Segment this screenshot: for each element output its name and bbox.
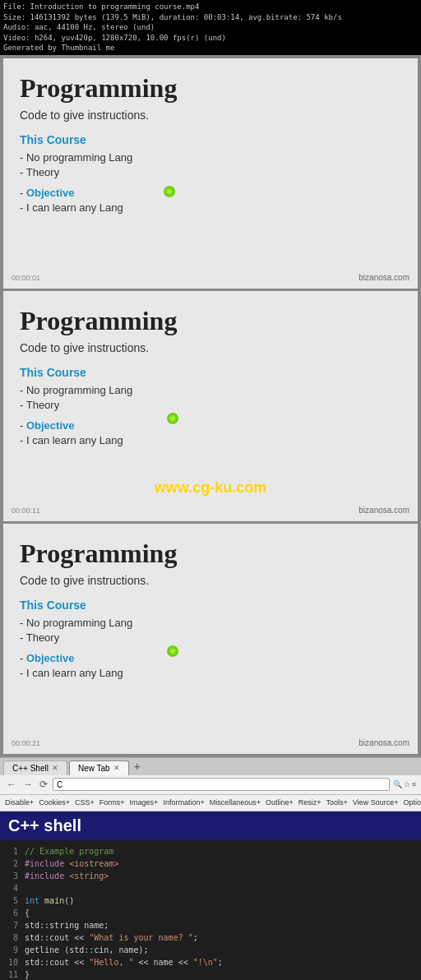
bookmark-forms[interactable]: Forms+ (99, 798, 125, 807)
code-line-7: 7 std::string name; (7, 919, 414, 931)
star-icon[interactable]: ☆ (404, 780, 410, 788)
slide-2-title: Programming (20, 306, 401, 336)
tab-new-tab[interactable]: New Tab ✕ (69, 760, 129, 775)
browser-tabs: C++ Shell ✕ New Tab ✕ + (0, 757, 421, 775)
slide-3-this-course: This Course (20, 599, 401, 612)
slide-1-this-course: This Course (20, 133, 401, 146)
bookmark-outline[interactable]: Outline+ (266, 798, 294, 807)
bookmark-images[interactable]: Images+ (130, 798, 159, 807)
slide-2-watermark: www.cg-ku.com (155, 479, 266, 497)
tab-new-tab-label: New Tab (78, 764, 110, 773)
slide-2-this-course: This Course (20, 366, 401, 379)
code-line-3: 3 #include <string> (7, 870, 414, 882)
slide-1-bullet2: - Theory (20, 166, 401, 178)
slide-1-timestamp: 00:00:01 (12, 274, 40, 282)
search-icon[interactable]: 🔍 (393, 780, 402, 788)
shell-header: C++ shell (0, 811, 421, 840)
slide-2: Programming Code to give instructions. T… (3, 291, 418, 521)
video-area: Programming Code to give instructions. T… (0, 55, 421, 757)
slide-1-title: Programming (20, 73, 401, 104)
slide-3-footer: bizanosa.com (359, 738, 409, 747)
bookmark-disable[interactable]: Disable+ (5, 798, 34, 807)
browser-icons: 🔍 ☆ ≡ (393, 780, 416, 788)
code-line-2: 2 #include <iostream> (7, 858, 414, 870)
new-tab-button[interactable]: + (131, 760, 144, 773)
slide-1-subtitle: Code to give instructions. (20, 109, 401, 122)
file-info-line5: Generated by Thumbnail me (3, 43, 418, 53)
code-line-9: 9 getline (std::cin, name); (7, 944, 414, 956)
slide-1-objective-prefix: - (20, 187, 26, 199)
file-info-line2: Size: 146131392 bytes (139.5 MiB), durat… (3, 12, 418, 23)
bookmark-options[interactable]: Options+ (403, 798, 421, 807)
code-line-8: 8 std::cout << "What is your name? "; (7, 931, 414, 944)
slide-2-objective-line: - Objective (20, 419, 401, 432)
code-line-4: 4 (7, 882, 414, 894)
tab-cpp-shell-close[interactable]: ✕ (52, 764, 58, 772)
tab-cpp-shell[interactable]: C++ Shell ✕ (3, 760, 67, 775)
slide-2-learn: - I can learn any Lang (20, 434, 401, 446)
file-info-line3: Audio: aac, 44100 Hz, stereo (und) (3, 22, 418, 33)
code-editor[interactable]: 1 // Example program 2 #include <iostrea… (0, 840, 421, 980)
bookmark-viewsource[interactable]: View Source+ (353, 798, 399, 807)
bookmark-tools[interactable]: Tools+ (326, 798, 348, 807)
back-button[interactable]: ← (5, 779, 18, 790)
menu-icon[interactable]: ≡ (412, 780, 416, 788)
bookmark-css[interactable]: CSS+ (75, 798, 95, 807)
slide-3-subtitle: Code to give instructions. (20, 574, 401, 587)
slide-1-objective-label: Objective (26, 187, 75, 199)
file-info-line1: File: Introduction to programming course… (3, 2, 418, 12)
code-line-6: 6 { (7, 907, 414, 919)
slide-2-objective-label: Objective (26, 419, 75, 432)
bookmark-information[interactable]: Information+ (163, 798, 204, 807)
slide-3-learn: - I can learn any Lang (20, 667, 401, 679)
bookmark-cookies[interactable]: Cookies+ (39, 798, 70, 807)
slide-3-title: Programming (20, 539, 401, 569)
slide-1-bullet1: - No programming Lang (20, 151, 401, 164)
bookmark-misc[interactable]: Miscellaneous+ (210, 798, 261, 807)
slide-2-subtitle: Code to give instructions. (20, 341, 401, 354)
tab-new-tab-close[interactable]: ✕ (113, 764, 120, 772)
slide-2-timestamp: 00:00:11 (12, 506, 40, 515)
slide-1-learn: - I can learn any Lang (20, 201, 401, 214)
reload-button[interactable]: ⟳ (38, 779, 49, 790)
slide-1-objective-line: - Objective (20, 187, 401, 199)
browser-address-bar: ← → ⟳ 🔍 ☆ ≡ (0, 775, 421, 795)
slide-3-objective-label: Objective (26, 652, 75, 664)
tab-cpp-shell-label: C++ Shell (12, 764, 49, 773)
forward-button[interactable]: → (21, 779, 35, 790)
slide-3-bullet1: - No programming Lang (20, 617, 401, 629)
slide-1: Programming Code to give instructions. T… (3, 58, 418, 289)
slide-2-footer: bizanosa.com (359, 506, 409, 515)
code-line-1: 1 // Example program (7, 845, 414, 858)
slide-1-footer: bizanosa.com (359, 273, 409, 282)
slide-2-bullet1: - No programming Lang (20, 384, 401, 396)
slide-2-bullet2: - Theory (20, 399, 401, 411)
slide-3-objective-prefix: - (20, 652, 26, 664)
bookmarks-bar: Disable+ Cookies+ CSS+ Forms+ Images+ In… (0, 795, 421, 811)
bookmark-resiz[interactable]: Resiz+ (298, 798, 322, 807)
slide-3-timestamp: 00:00:21 (12, 739, 40, 747)
code-line-10: 10 std::cout << "Hello, " << name << "!\… (7, 956, 414, 968)
code-line-11: 11 } (7, 968, 414, 980)
address-input[interactable] (53, 778, 390, 791)
slide-3-objective-line: - Objective (20, 652, 401, 664)
code-line-5: 5 int main() (7, 894, 414, 907)
slide-3: Programming Code to give instructions. T… (3, 524, 418, 754)
file-info-bar: File: Introduction to programming course… (0, 0, 421, 55)
slide-2-objective-prefix: - (20, 419, 26, 432)
slide-3-bullet2: - Theory (20, 631, 401, 644)
file-info-line4: Video: h264, yuv420p, 1280x720, 10.00 fp… (3, 33, 418, 44)
